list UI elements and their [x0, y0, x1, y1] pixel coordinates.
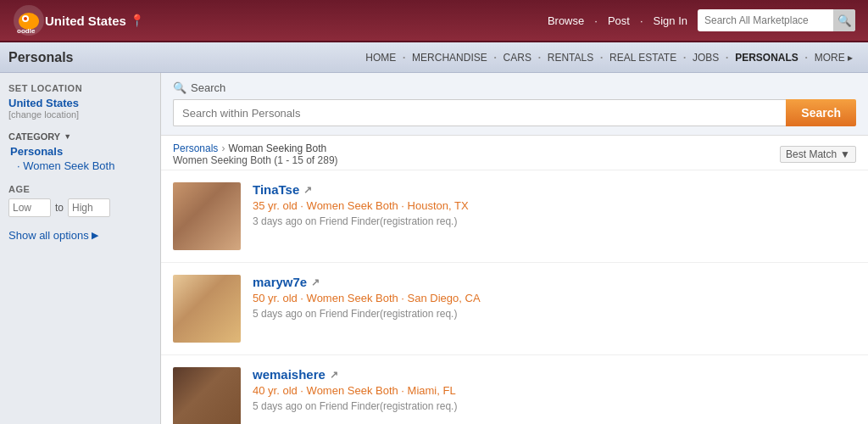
listing-thumbnail	[173, 182, 241, 250]
age-to-label: to	[55, 202, 64, 214]
page-title: Personals	[8, 50, 73, 65]
age-label: AGE	[8, 184, 152, 194]
breadcrumb-left: Personals › Woman Seeking Both Women See…	[173, 142, 338, 166]
signin-link[interactable]: Sign In	[654, 14, 687, 27]
location-pin-icon: 📍	[130, 14, 144, 27]
search-input[interactable]	[173, 99, 786, 126]
listing-info: maryw7e ↗ 50 yr. old · Women Seek Both ·…	[253, 275, 856, 320]
listing-source: 5 days ago on Friend Finder(registration…	[253, 308, 856, 320]
sort-dropdown[interactable]: Best Match ▼	[780, 146, 856, 163]
external-link-icon: ↗	[330, 369, 338, 381]
listing-details: 35 yr. old · Women Seek Both · Houston, …	[253, 199, 856, 212]
listing-name[interactable]: TinaTse ↗	[253, 182, 856, 197]
search-box-area: 🔍 Search Search	[161, 73, 868, 136]
nav-bar: Personals HOME • MERCHANDISE • CARS • RE…	[0, 42, 868, 73]
nav-home[interactable]: HOME	[359, 52, 403, 64]
sort-arrow-icon: ▼	[840, 148, 850, 160]
listing-source: 3 days ago on Friend Finder(registration…	[253, 215, 856, 227]
listing-info: TinaTse ↗ 35 yr. old · Women Seek Both ·…	[253, 182, 856, 227]
nav-realestate[interactable]: REAL ESTATE	[603, 52, 683, 64]
header-search: 🔍	[698, 9, 855, 31]
nav-more[interactable]: MORE ▸	[808, 52, 860, 64]
listing-name[interactable]: wemaishere ↗	[253, 367, 856, 382]
sort-label: Best Match	[786, 148, 837, 160]
listing-info: wemaishere ↗ 40 yr. old · Women Seek Bot…	[253, 367, 856, 412]
age-high-input[interactable]	[68, 198, 110, 217]
age-section: AGE to	[8, 184, 152, 217]
results-count: Women Seeking Both (1 - 15 of 289)	[173, 154, 338, 166]
category-personals[interactable]: Personals	[8, 145, 152, 158]
listing-source: 5 days ago on Friend Finder(registration…	[253, 400, 856, 412]
svg-point-3	[24, 17, 27, 20]
nav-rentals[interactable]: RENTALS	[541, 52, 600, 64]
listing-item: maryw7e ↗ 50 yr. old · Women Seek Both ·…	[161, 263, 868, 355]
header-dot-2: ·	[640, 14, 643, 27]
nav-cars[interactable]: CARS	[497, 52, 538, 64]
nav-merchandise[interactable]: MERCHANDISE	[405, 52, 494, 64]
header-location-text: United States	[45, 14, 126, 28]
header-search-button[interactable]: 🔍	[833, 9, 855, 31]
age-inputs: to	[8, 198, 152, 217]
age-low-input[interactable]	[8, 198, 51, 217]
nav-jobs[interactable]: JOBS	[686, 52, 726, 64]
listing-details: 50 yr. old · Women Seek Both · San Diego…	[253, 292, 856, 304]
listing-name-text: wemaishere	[253, 367, 326, 382]
search-icon: 🔍	[173, 81, 186, 94]
main-area: SET LOCATION United States [change locat…	[0, 73, 868, 424]
external-link-icon: ↗	[311, 276, 320, 288]
nav-personals[interactable]: PERSONALS	[728, 52, 805, 64]
header-right: Browse · Post · Sign In 🔍	[548, 9, 855, 31]
listing-item: wemaishere ↗ 40 yr. old · Women Seek Bot…	[161, 355, 868, 424]
sidebar-location[interactable]: United States	[8, 97, 152, 109]
set-location-label: SET LOCATION	[8, 83, 152, 93]
search-label: 🔍 Search	[173, 81, 856, 94]
thumb-placeholder	[173, 275, 241, 343]
category-dropdown[interactable]: CATEGORY ▼	[8, 131, 152, 142]
listing-details: 40 yr. old · Women Seek Both · Miami, FL	[253, 384, 856, 397]
thumb-placeholder	[173, 182, 241, 250]
breadcrumb-sep: ›	[221, 142, 225, 154]
browse-link[interactable]: Browse	[548, 14, 584, 27]
category-arrow-icon: ▼	[64, 132, 71, 141]
header-search-input[interactable]	[698, 14, 833, 26]
listing-name-text: TinaTse	[253, 182, 299, 197]
header: oodle United States 📍 Browse · Post · Si…	[0, 0, 868, 42]
change-location-link[interactable]: [change location]	[8, 109, 152, 120]
search-label-text: Search	[191, 81, 225, 94]
listing-item: TinaTse ↗ 35 yr. old · Women Seek Both ·…	[161, 170, 868, 263]
sidebar: SET LOCATION United States [change locat…	[0, 73, 161, 424]
breadcrumb: Personals › Woman Seeking Both	[173, 142, 338, 154]
listing-thumbnail	[173, 275, 241, 343]
category-section: CATEGORY ▼ Personals Women Seek Both	[8, 131, 152, 172]
external-link-icon: ↗	[303, 184, 312, 196]
svg-text:oodle: oodle	[17, 27, 36, 35]
location-section: SET LOCATION United States [change locat…	[8, 83, 152, 120]
breadcrumb-current: Woman Seeking Both	[228, 142, 326, 154]
category-women-seek[interactable]: Women Seek Both	[8, 159, 152, 172]
listing-name[interactable]: maryw7e ↗	[253, 275, 856, 289]
content-area: 🔍 Search Search Personals › Woman Seekin…	[161, 73, 868, 424]
listings-container: TinaTse ↗ 35 yr. old · Women Seek Both ·…	[161, 170, 868, 424]
show-all-arrow-icon: ▶	[92, 230, 98, 241]
breadcrumb-parent[interactable]: Personals	[173, 142, 218, 154]
post-link[interactable]: Post	[608, 14, 630, 27]
listing-name-text: maryw7e	[253, 275, 307, 289]
search-row: Search	[173, 99, 856, 126]
category-label: CATEGORY	[8, 131, 60, 142]
search-button[interactable]: Search	[786, 99, 856, 126]
show-all-label: Show all options	[8, 229, 89, 242]
logo-area: oodle	[13, 4, 45, 36]
thumb-placeholder	[173, 367, 241, 424]
breadcrumb-row: Personals › Woman Seeking Both Women See…	[161, 136, 868, 170]
header-dot-1: ·	[594, 14, 598, 27]
show-all-options[interactable]: Show all options ▶	[8, 229, 152, 242]
nav-links: HOME • MERCHANDISE • CARS • RENTALS • RE…	[359, 52, 860, 64]
header-location[interactable]: United States 📍	[45, 14, 144, 28]
listing-thumbnail	[173, 367, 241, 424]
oodle-logo-icon: oodle	[13, 4, 45, 36]
